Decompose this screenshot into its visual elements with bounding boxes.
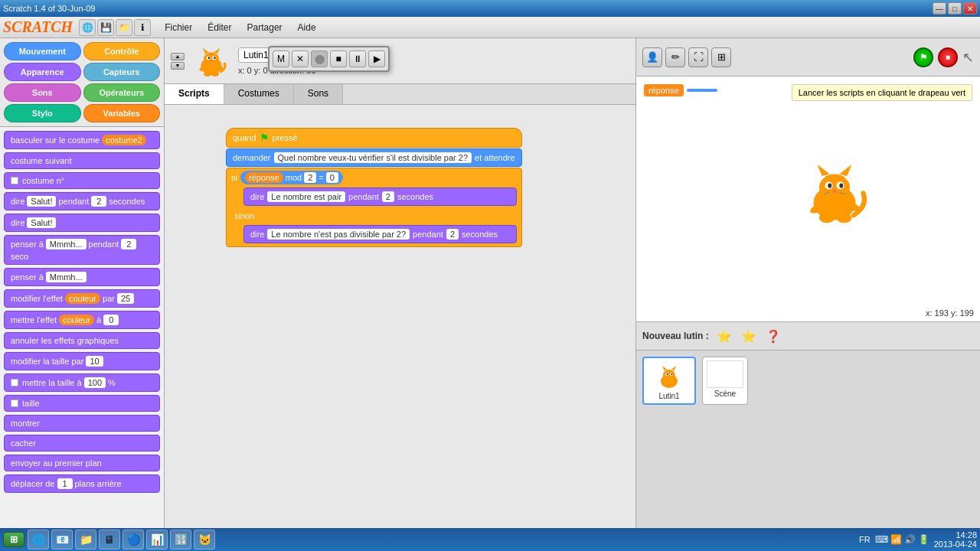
taskbar: ⊞ 🌐 📧 📁 🖥 🔵 📊 🔢 🐱 FR ⌨ 📶 🔊 🔋 14:28 2013-…	[0, 528, 980, 551]
app-powerpoint[interactable]: 📊	[146, 530, 168, 549]
pencil-icon[interactable]: ✏	[665, 47, 685, 67]
app-scratch[interactable]: 🐱	[194, 530, 215, 549]
menu-partager[interactable]: Partager	[240, 19, 290, 36]
response-val: réponse	[245, 172, 283, 183]
scene-thumb[interactable]: Scène	[702, 357, 748, 405]
scene-thumb-img	[707, 360, 743, 388]
block-if[interactable]: si réponse mod 2 = 0 dire Le nombre est …	[226, 168, 522, 247]
popup-stop-btn[interactable]: ■	[330, 51, 347, 67]
script-canvas: quand ⚑ pressé demander Quel nombre veux…	[165, 105, 635, 528]
dire-pain-dur: 2	[382, 191, 394, 202]
block-demander[interactable]: demander Quel nombre veux-tu vérifier s'…	[226, 148, 522, 167]
scene-thumb-name: Scène	[714, 390, 736, 398]
block-basculer[interactable]: basculer sur le costume costume2	[4, 131, 160, 149]
popup-x-btn[interactable]: ✕	[292, 51, 309, 67]
popup-m-btn[interactable]: M	[273, 51, 289, 67]
stage-toolbar-btns: 👤 ✏ ⛶ ⊞	[642, 47, 731, 67]
popup-circle-btn[interactable]: ⬤	[311, 51, 328, 67]
tab-scripts[interactable]: Scripts	[165, 84, 224, 104]
popup-play-btn[interactable]: ▶	[368, 51, 385, 67]
sprite-thumb-lutin1[interactable]: Lutin1	[642, 357, 696, 405]
app-explorer[interactable]: 🖥	[99, 530, 120, 549]
dire-non-dur: 2	[446, 229, 459, 240]
block-modifier-effet[interactable]: modifier l'effet couleur par 25	[4, 289, 160, 308]
block-penser[interactable]: penser à Mmmh...	[4, 268, 160, 286]
minimize-button[interactable]: —	[933, 2, 946, 15]
sprite-header: ▲ ▼	[165, 38, 635, 84]
tab-costumes[interactable]: Costumes	[224, 84, 294, 104]
block-dire[interactable]: dire Salut!	[4, 214, 160, 232]
block-dire-pendant[interactable]: dire Salut! pendant 2 secondes	[4, 192, 160, 210]
block-modifier-taille[interactable]: modifier la taille par 10	[4, 352, 160, 370]
app-calc[interactable]: 🔢	[170, 530, 191, 549]
sprite-nav-up[interactable]: ▲	[171, 53, 185, 60]
svg-point-22	[839, 183, 843, 187]
svg-point-14	[211, 71, 219, 76]
blocks-list: basculer sur le costume costume2 costume…	[0, 127, 164, 528]
add-star-btn[interactable]: ⭐	[715, 327, 733, 345]
block-premier-plan[interactable]: envoyer au premier plan	[4, 455, 160, 471]
fullscreen-icon[interactable]: ⛶	[688, 47, 708, 67]
sprite-nav-down[interactable]: ▼	[171, 62, 185, 70]
block-stack: quand ⚑ pressé demander Quel nombre veux…	[226, 128, 522, 248]
person-icon[interactable]: 👤	[642, 47, 662, 67]
block-deplacer[interactable]: déplacer de 1 plans arrière	[4, 474, 160, 493]
add-question-btn[interactable]: ❓	[764, 327, 782, 345]
cat-capteurs[interactable]: Capteurs	[83, 63, 161, 81]
red-stop-button[interactable]: ■	[938, 47, 958, 67]
flag-icon: ⚑	[260, 132, 270, 144]
cat-operateurs[interactable]: Opérateurs	[83, 83, 161, 102]
sprite-nav-btns: ▲ ▼	[171, 53, 185, 70]
sinon-label: sinon	[231, 210, 517, 222]
app-chrome2[interactable]: 🔵	[122, 530, 144, 549]
block-mettre-taille[interactable]: mettre la taille à 100 %	[4, 373, 160, 392]
script-tabs: Scripts Costumes Sons	[165, 84, 635, 105]
block-cacher[interactable]: cacher	[4, 435, 160, 452]
app-folder[interactable]: 📁	[75, 530, 96, 549]
block-annuler-effets[interactable]: annuler les effets graphiques	[4, 332, 160, 349]
effet-val: 25	[117, 293, 134, 304]
tab-sons[interactable]: Sons	[294, 84, 343, 104]
block-dire-non-divisible[interactable]: dire Le nombre n'est pas divisible par 2…	[243, 225, 517, 243]
taille-val2: 100	[84, 377, 106, 388]
sprites-list: Lutin1 Scène	[636, 350, 980, 411]
info-icon[interactable]: ℹ	[134, 19, 151, 36]
cat-mouvement[interactable]: Mouvement	[4, 42, 81, 60]
cat-controle[interactable]: Contrôle	[83, 42, 161, 60]
svg-point-37	[671, 373, 673, 376]
grid-icon[interactable]: ⊞	[711, 47, 731, 67]
cat-stylo[interactable]: Stylo	[4, 104, 81, 122]
save-icon[interactable]: 💾	[97, 19, 114, 36]
app-outlook[interactable]: 📧	[51, 530, 73, 549]
check-icon2	[11, 379, 18, 386]
block-taille[interactable]: taille	[4, 395, 160, 412]
title-text: Scratch 1.4 of 30-Jun-09	[3, 4, 95, 13]
app-chrome[interactable]: 🌐	[28, 530, 49, 549]
mod-val: 2	[304, 172, 316, 183]
block-mettre-effet[interactable]: mettre l'effet couleur à 0	[4, 311, 160, 329]
cat-apparence[interactable]: Apparence	[4, 63, 81, 81]
costume-value: costume2	[102, 135, 146, 145]
menu-aide[interactable]: Aide	[290, 19, 324, 36]
maximize-button[interactable]: □	[948, 2, 962, 15]
sprites-label: Nouveau lutin :	[642, 331, 709, 341]
cat-variables[interactable]: Variables	[83, 104, 161, 122]
block-dire-pain[interactable]: dire Le nombre est pair pendant 2 second…	[243, 187, 517, 206]
globe-icon[interactable]: 🌐	[79, 19, 96, 36]
block-costume-n[interactable]: costume n°	[4, 172, 160, 189]
start-button[interactable]: ⊞	[3, 532, 24, 547]
block-montrer[interactable]: montrer	[4, 415, 160, 432]
if-condition: réponse mod 2 = 0	[240, 171, 343, 184]
stage-cat	[796, 153, 873, 232]
popup-pause-btn[interactable]: ⏸	[349, 51, 366, 67]
cat-sons[interactable]: Sons	[4, 83, 81, 102]
folder-icon[interactable]: 📁	[116, 19, 132, 36]
add-paint-btn[interactable]: ⭐	[740, 327, 758, 345]
center-area: ▲ ▼	[165, 38, 635, 528]
penser-val1: Mmmh...	[46, 239, 87, 249]
block-when-flag[interactable]: quand ⚑ pressé	[226, 128, 522, 148]
block-penser-pendant[interactable]: penser à Mmmh... pendant 2 seco	[4, 235, 160, 265]
block-costume-suivant[interactable]: costume suivant	[4, 152, 160, 169]
close-button[interactable]: ✕	[963, 2, 977, 15]
green-flag-button[interactable]: ⚑	[913, 47, 933, 67]
